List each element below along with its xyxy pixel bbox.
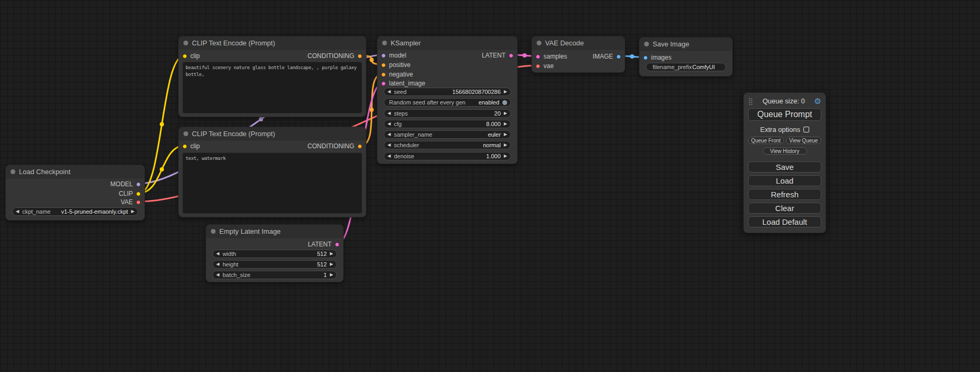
stepper-left-icon[interactable]: ◀ (387, 132, 391, 137)
queue-prompt-button[interactable]: Queue Prompt (748, 108, 821, 121)
height-widget[interactable]: ◀ height 512 ▶ (212, 260, 337, 269)
extra-options-checkbox[interactable] (803, 127, 809, 132)
image-output-port[interactable] (616, 54, 621, 59)
negative-input-port[interactable] (381, 72, 386, 77)
scheduler-widget[interactable]: ◀ scheduler normal ▶ (384, 141, 511, 149)
stepper-left-icon[interactable]: ◀ (16, 209, 19, 214)
images-input-port[interactable] (643, 55, 648, 60)
positive-prompt-input[interactable]: beautiful scenery nature glass bottle la… (182, 62, 362, 113)
stepper-left-icon[interactable]: ◀ (216, 273, 219, 277)
clip-output-port[interactable] (136, 192, 141, 196)
stepper-left-icon[interactable]: ◀ (387, 122, 391, 126)
batch-size-widget[interactable]: ◀ batch_size 1 ▶ (212, 271, 337, 279)
save-button[interactable]: Save (748, 161, 821, 173)
widget-label: ckpt_name (22, 208, 51, 215)
clip-input-port[interactable] (182, 54, 187, 59)
node-title-bar[interactable]: VAE Decode (532, 36, 625, 50)
stepper-left-icon[interactable]: ◀ (216, 252, 219, 256)
node-clip-text-encode-negative[interactable]: CLIP Text Encode (Prompt) clip CONDITION… (178, 127, 366, 217)
cfg-widget[interactable]: ◀ cfg 8.000 ▶ (384, 120, 511, 128)
clear-button[interactable]: Clear (748, 203, 821, 214)
view-queue-button[interactable]: View Queue (786, 137, 822, 144)
port-label: clip (190, 142, 200, 150)
node-ksampler[interactable]: KSampler model positive negative latent_… (377, 36, 518, 164)
node-title-bar[interactable]: CLIP Text Encode (Prompt) (179, 127, 366, 140)
vae-output-port[interactable] (136, 200, 141, 205)
port-label: negative (389, 71, 413, 78)
stepper-left-icon[interactable]: ◀ (387, 111, 391, 116)
stepper-right-icon[interactable]: ▶ (131, 209, 134, 214)
stepper-right-icon[interactable]: ▶ (330, 252, 333, 256)
denoise-widget[interactable]: ◀ denoise 1.000 ▶ (384, 152, 511, 160)
output-slot-vae: VAE (121, 198, 141, 206)
random-seed-toggle[interactable]: Random seed after every gen enabled (384, 98, 511, 107)
port-label: positive (389, 61, 411, 69)
filename-prefix-widget[interactable]: filename_prefix ComfyUI (646, 63, 726, 71)
sampler-name-widget[interactable]: ◀ sampler_name euler ▶ (384, 130, 511, 139)
stepper-right-icon[interactable]: ▶ (504, 154, 507, 158)
stepper-right-icon[interactable]: ▶ (330, 262, 333, 266)
load-default-button[interactable]: Load Default (748, 216, 821, 227)
extra-options-row: Extra options (748, 126, 821, 133)
port-label: samples (544, 53, 567, 60)
view-history-button[interactable]: View History (763, 147, 807, 155)
stepper-left-icon[interactable]: ◀ (387, 90, 391, 94)
node-vae-decode[interactable]: VAE Decode samples vae IMAGE (531, 36, 625, 73)
node-save-image[interactable]: Save Image images filename_prefix ComfyU… (639, 37, 733, 77)
stepper-right-icon[interactable]: ▶ (504, 122, 507, 126)
samples-input-port[interactable] (536, 54, 540, 59)
latent-output-port[interactable] (509, 53, 513, 58)
latent-output-port[interactable] (335, 242, 339, 247)
stepper-right-icon[interactable]: ▶ (504, 132, 507, 137)
collapse-toggle-icon[interactable] (211, 229, 216, 234)
stepper-right-icon[interactable]: ▶ (504, 111, 507, 116)
node-graph-canvas[interactable]: Load Checkpoint MODEL CLIP VAE ◀ ckpt_na… (0, 0, 980, 372)
comfy-menu-panel[interactable]: ⣿ Queue size: 0 ⚙ Queue Prompt Extra opt… (743, 92, 826, 233)
conditioning-output-port[interactable] (357, 54, 362, 59)
output-slot-image: IMAGE (593, 53, 621, 60)
refresh-button[interactable]: Refresh (748, 189, 821, 200)
node-title-bar[interactable]: Load Checkpoint (6, 165, 144, 178)
node-empty-latent-image[interactable]: Empty Latent Image LATENT ◀ width 512 ▶ … (206, 224, 344, 282)
input-slot-model: model (381, 52, 406, 59)
model-output-port[interactable] (136, 182, 141, 187)
stepper-right-icon[interactable]: ▶ (330, 273, 333, 277)
collapse-toggle-icon[interactable] (183, 41, 188, 45)
load-button[interactable]: Load (748, 175, 821, 186)
port-label: CLIP (119, 190, 133, 197)
clip-input-port[interactable] (182, 144, 187, 149)
model-input-port[interactable] (381, 53, 386, 58)
node-clip-text-encode-positive[interactable]: CLIP Text Encode (Prompt) clip CONDITION… (178, 36, 366, 117)
node-load-checkpoint[interactable]: Load Checkpoint MODEL CLIP VAE ◀ ckpt_na… (5, 165, 145, 221)
collapse-toggle-icon[interactable] (644, 42, 649, 46)
stepper-right-icon[interactable]: ▶ (504, 143, 507, 147)
width-widget[interactable]: ◀ width 512 ▶ (212, 250, 337, 258)
drag-handle-icon[interactable]: ⣿ (748, 98, 753, 104)
link-midpoint-dot (522, 53, 527, 58)
node-title-bar[interactable]: KSampler (377, 36, 517, 50)
settings-gear-icon[interactable]: ⚙ (814, 97, 821, 105)
queue-front-button[interactable]: Queue Front (748, 137, 784, 144)
stepper-left-icon[interactable]: ◀ (387, 154, 391, 158)
seed-widget[interactable]: ◀ seed 156680208700286 ▶ (384, 88, 511, 96)
collapse-toggle-icon[interactable] (537, 41, 541, 45)
node-title-bar[interactable]: CLIP Text Encode (Prompt) (179, 36, 366, 50)
node-title-bar[interactable]: Save Image (639, 37, 732, 51)
steps-widget[interactable]: ◀ steps 20 ▶ (384, 109, 511, 118)
stepper-left-icon[interactable]: ◀ (216, 262, 219, 266)
output-slot-conditioning: CONDITIONING (307, 142, 362, 150)
negative-prompt-input[interactable]: text, watermark (182, 152, 362, 214)
stepper-left-icon[interactable]: ◀ (387, 143, 391, 147)
toggle-knob-icon[interactable] (502, 100, 507, 105)
node-title-bar[interactable]: Empty Latent Image (206, 225, 343, 238)
collapse-toggle-icon[interactable] (11, 169, 15, 174)
conditioning-output-port[interactable] (357, 144, 362, 149)
node-title: CLIP Text Encode (Prompt) (192, 130, 275, 138)
collapse-toggle-icon[interactable] (183, 131, 188, 136)
vae-input-port[interactable] (536, 64, 540, 69)
stepper-right-icon[interactable]: ▶ (504, 90, 507, 94)
collapse-toggle-icon[interactable] (382, 41, 387, 45)
latent-image-input-port[interactable] (381, 81, 386, 86)
ckpt-name-widget[interactable]: ◀ ckpt_name v1-5-pruned-emaonly.ckpt ▶ (12, 207, 138, 216)
positive-input-port[interactable] (381, 63, 386, 68)
